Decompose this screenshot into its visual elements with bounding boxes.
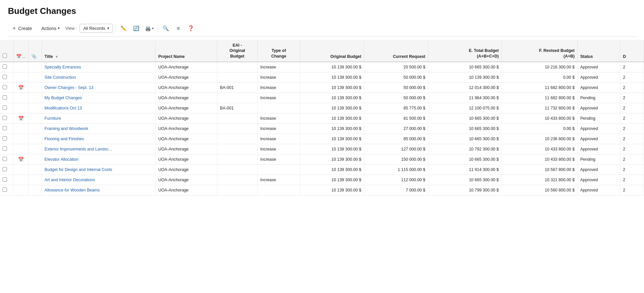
calendar-header-icon: 📅 xyxy=(16,54,21,59)
row-checkbox-cell[interactable] xyxy=(0,144,13,154)
row-checkbox[interactable] xyxy=(3,116,7,120)
header-revised-budget: F. Revised Budget(A+B) xyxy=(502,40,578,62)
row-original-budget: 10 139 300.00 $ xyxy=(300,164,364,175)
row-total-budget: 10 139 300.00 $ xyxy=(428,72,502,82)
row-checkbox-cell[interactable] xyxy=(0,123,13,134)
row-eai xyxy=(217,175,257,185)
row-checkbox-cell[interactable] xyxy=(0,134,13,144)
filter-button[interactable]: ≡ xyxy=(173,23,184,34)
refresh-icon: 🔄 xyxy=(133,25,139,31)
row-total-budget: 10 665 300.00 $ xyxy=(428,123,502,134)
table-row[interactable]: Allowance for Wooden BeamsUOA-Anchorage1… xyxy=(0,185,644,195)
row-checkbox[interactable] xyxy=(3,188,7,192)
row-type-of-change: Increase xyxy=(257,175,300,185)
create-button[interactable]: ＋ Create xyxy=(8,23,36,34)
row-title[interactable]: Site Construction xyxy=(42,72,156,82)
row-checkbox-cell[interactable] xyxy=(0,154,13,164)
row-checkbox[interactable] xyxy=(3,146,7,151)
row-checkbox-cell[interactable] xyxy=(0,103,13,113)
table-row[interactable]: My Budget ChangesUOA-AnchorageIncrease10… xyxy=(0,93,644,103)
row-title[interactable]: Framing and Woodwork xyxy=(42,123,156,134)
row-checkbox[interactable] xyxy=(3,126,7,130)
row-original-budget: 10 139 300.00 $ xyxy=(300,82,364,93)
row-title[interactable]: Furniture xyxy=(42,113,156,123)
calendar-row-icon: 📅 xyxy=(18,116,24,121)
header-checkbox[interactable] xyxy=(0,40,13,62)
row-eai xyxy=(217,123,257,134)
row-title[interactable]: Budget for Design and Internal Costs xyxy=(42,164,156,175)
row-clip-cell xyxy=(28,113,42,123)
row-eai xyxy=(217,134,257,144)
header-title[interactable]: Title ▼ xyxy=(42,40,156,62)
row-current-request: 27 000.00 $ xyxy=(364,123,428,134)
row-project-name: UOA-Anchorage xyxy=(156,103,217,113)
row-checkbox[interactable] xyxy=(3,177,7,182)
row-checkbox[interactable] xyxy=(3,95,7,100)
row-checkbox-cell[interactable] xyxy=(0,175,13,185)
row-checkbox-cell[interactable] xyxy=(0,113,13,123)
row-type-of-change: Increase xyxy=(257,154,300,164)
row-checkbox-cell[interactable] xyxy=(0,72,13,82)
sort-icon-title: ▼ xyxy=(55,55,58,59)
row-checkbox[interactable] xyxy=(3,75,7,79)
row-checkbox[interactable] xyxy=(3,105,7,110)
row-original-budget: 10 139 300.00 $ xyxy=(300,144,364,154)
table-row[interactable]: Flooring and FinishesUOA-AnchorageIncrea… xyxy=(0,134,644,144)
row-checkbox[interactable] xyxy=(3,64,7,69)
row-checkbox[interactable] xyxy=(3,167,7,171)
row-checkbox[interactable] xyxy=(3,85,7,89)
row-checkbox-cell[interactable] xyxy=(0,164,13,175)
table-row[interactable]: Art and Interior DecorationsUOA-Anchorag… xyxy=(0,175,644,185)
row-d: 2 xyxy=(620,134,644,144)
row-current-request: 1 115 000.00 $ xyxy=(364,164,428,175)
table-row[interactable]: Budget for Design and Internal CostsUOA-… xyxy=(0,164,644,175)
header-total-budget: E. Total Budget(A+B+C+D) xyxy=(428,40,502,62)
row-title[interactable]: Modifications Oct 13 xyxy=(42,103,156,113)
row-title[interactable]: Elevator Allocation xyxy=(42,154,156,164)
refresh-button[interactable]: 🔄 xyxy=(131,23,142,34)
row-revised-budget: 10 236 800.00 $ xyxy=(502,134,578,144)
row-checkbox-cell[interactable] xyxy=(0,93,13,103)
view-label: View : xyxy=(65,26,77,31)
table-row[interactable]: Exterior Improvements and Landsc...UOA-A… xyxy=(0,144,644,154)
row-title[interactable]: Exterior Improvements and Landsc... xyxy=(42,144,156,154)
row-checkbox-cell[interactable] xyxy=(0,82,13,93)
row-status: Pending xyxy=(577,154,620,164)
row-revised-budget: 11 682 800.00 $ xyxy=(502,93,578,103)
view-dropdown[interactable]: All Records ▾ xyxy=(80,24,113,33)
row-title[interactable]: Flooring and Finishes xyxy=(42,134,156,144)
help-button[interactable]: ❓ xyxy=(186,23,196,34)
edit-button[interactable]: ✏️ xyxy=(119,23,129,34)
row-original-budget: 10 139 300.00 $ xyxy=(300,185,364,195)
calendar-row-icon: 📅 xyxy=(18,157,24,162)
table-row[interactable]: Site ConstructionUOA-AnchorageIncrease10… xyxy=(0,72,644,82)
print-button[interactable]: 🖨️ ▾ xyxy=(144,23,155,34)
row-calendar-cell xyxy=(13,93,28,103)
row-title[interactable]: Specialty Entrances xyxy=(42,62,156,72)
row-type-of-change: Increase xyxy=(257,82,300,93)
row-checkbox-cell[interactable] xyxy=(0,62,13,72)
select-all-checkbox[interactable] xyxy=(3,54,7,58)
table-row[interactable]: 📅Elevator AllocationUOA-AnchorageIncreas… xyxy=(0,154,644,164)
row-calendar-cell: 📅 xyxy=(13,113,28,123)
row-project-name: UOA-Anchorage xyxy=(156,164,217,175)
table-row[interactable]: Specialty EntrancesUOA-AnchorageIncrease… xyxy=(0,62,644,72)
row-title[interactable]: Owner Changes - Sept. 13 xyxy=(42,82,156,93)
row-title[interactable]: My Budget Changes xyxy=(42,93,156,103)
table-row[interactable]: Framing and WoodworkUOA-AnchorageIncreas… xyxy=(0,123,644,134)
table-row[interactable]: 📅Owner Changes - Sept. 13UOA-AnchorageBA… xyxy=(0,82,644,93)
row-clip-cell xyxy=(28,185,42,195)
row-checkbox[interactable] xyxy=(3,157,7,161)
row-original-budget: 10 139 300.00 $ xyxy=(300,134,364,144)
actions-button[interactable]: Actions ▾ xyxy=(38,24,63,33)
row-checkbox-cell[interactable] xyxy=(0,185,13,195)
row-checkbox[interactable] xyxy=(3,136,7,141)
search-button[interactable]: 🔍 xyxy=(161,23,171,34)
table-row[interactable]: Modifications Oct 13UOA-AnchorageBA-0011… xyxy=(0,103,644,113)
row-title[interactable]: Allowance for Wooden Beams xyxy=(42,185,156,195)
print-icon: 🖨️ xyxy=(145,25,151,31)
row-title[interactable]: Art and Interior Decorations xyxy=(42,175,156,185)
row-d: 2 xyxy=(620,185,644,195)
page-header: Budget Changes ＋ Create Actions ▾ View :… xyxy=(0,0,644,40)
table-row[interactable]: 📅FurnitureUOA-AnchorageIncrease10 139 30… xyxy=(0,113,644,123)
